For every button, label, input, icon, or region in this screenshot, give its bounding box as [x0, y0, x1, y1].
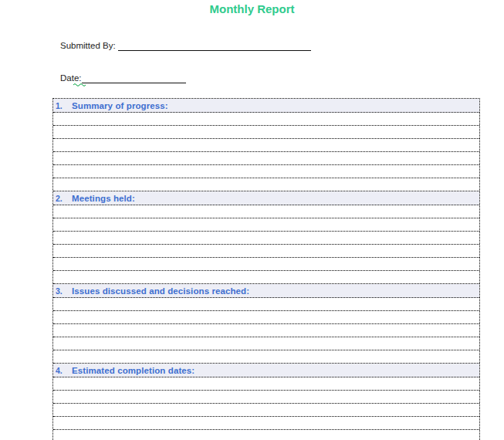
table-blank-row[interactable]: [53, 232, 479, 245]
section-number: 2.: [56, 194, 72, 203]
section-heading: Estimated completion dates:: [72, 366, 194, 375]
table-blank-row[interactable]: [53, 165, 479, 178]
report-section: 2.Meetings held:: [53, 191, 479, 284]
section-heading-row: 4.Estimated completion dates:: [53, 364, 479, 377]
page-title: Monthly Report: [0, 2, 504, 15]
date-field: Date:: [60, 71, 186, 83]
section-number: 3.: [56, 286, 72, 296]
section-number: 1.: [56, 101, 72, 110]
submitted-by-field: Submitted By:: [60, 39, 311, 51]
table-blank-row[interactable]: [53, 391, 479, 404]
section-number: 4.: [56, 366, 72, 375]
date-input-line[interactable]: [82, 73, 186, 83]
section-heading-row: 1.Summary of progress:: [53, 99, 479, 113]
table-blank-row[interactable]: [53, 218, 479, 232]
table-blank-row[interactable]: [53, 430, 479, 440]
report-table: 1.Summary of progress:2.Meetings held:3.…: [52, 98, 480, 440]
table-blank-row[interactable]: [53, 311, 479, 324]
table-blank-row[interactable]: [53, 337, 479, 350]
table-blank-row[interactable]: [53, 271, 479, 284]
table-blank-row[interactable]: [53, 404, 479, 417]
section-heading-row: 3.Issues discussed and decisions reached…: [53, 284, 479, 298]
date-label: Date:: [60, 73, 82, 83]
report-section: 3.Issues discussed and decisions reached…: [53, 284, 479, 364]
section-heading: Issues discussed and decisions reached:: [72, 286, 249, 296]
spellcheck-squiggle-icon: [73, 83, 87, 86]
table-blank-row[interactable]: [53, 324, 479, 337]
table-blank-row[interactable]: [53, 377, 479, 391]
table-blank-row[interactable]: [53, 298, 479, 311]
submitted-by-label: Submitted By:: [60, 40, 116, 51]
table-blank-row[interactable]: [53, 350, 479, 364]
table-blank-row[interactable]: [53, 245, 479, 258]
table-blank-row[interactable]: [53, 152, 479, 165]
section-heading: Summary of progress:: [72, 101, 168, 110]
table-blank-row[interactable]: [53, 178, 479, 191]
table-blank-row[interactable]: [53, 417, 479, 430]
table-blank-row[interactable]: [53, 113, 479, 126]
report-section: 1.Summary of progress:: [53, 99, 479, 191]
report-section: 4.Estimated completion dates:: [53, 364, 479, 440]
submitted-by-input-line[interactable]: [118, 40, 311, 51]
section-heading: Meetings held:: [72, 194, 135, 203]
table-blank-row[interactable]: [53, 139, 479, 152]
table-blank-row[interactable]: [53, 258, 479, 271]
table-blank-row[interactable]: [53, 205, 479, 218]
table-blank-row[interactable]: [53, 126, 479, 139]
section-heading-row: 2.Meetings held:: [53, 191, 479, 205]
document-page: Monthly Report Submitted By: Date: 1.Sum…: [0, 0, 504, 440]
